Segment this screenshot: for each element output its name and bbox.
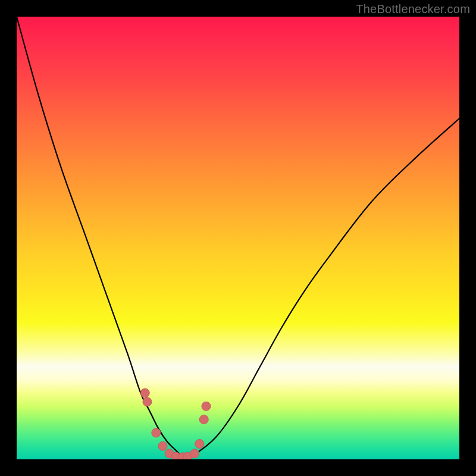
trough-marker	[158, 441, 167, 450]
watermark: TheBottlenecker.com	[356, 2, 470, 16]
trough-markers-group	[140, 389, 211, 459]
trough-marker	[140, 389, 149, 397]
trough-marker	[190, 449, 199, 458]
trough-marker	[195, 439, 204, 448]
bottleneck-chart	[17, 17, 459, 459]
trough-marker	[199, 415, 208, 424]
trough-marker	[152, 428, 161, 437]
trough-marker	[143, 397, 152, 406]
trough-marker	[202, 402, 211, 411]
bottleneck-curve	[17, 17, 459, 458]
chart-frame	[17, 17, 459, 459]
